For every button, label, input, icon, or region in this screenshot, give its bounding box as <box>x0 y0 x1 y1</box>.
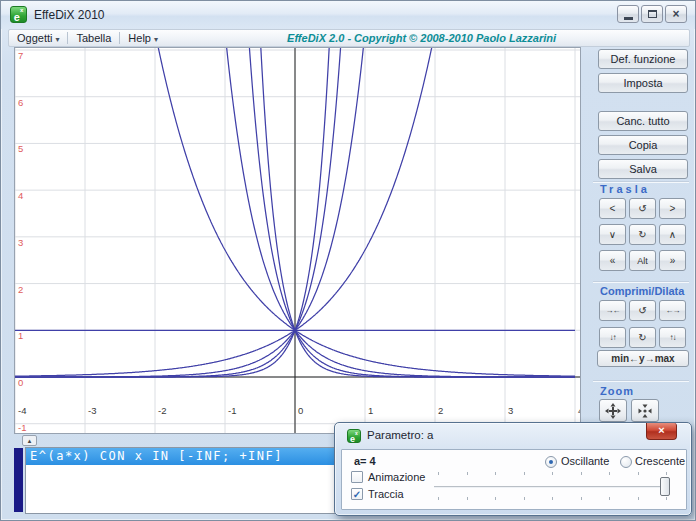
copia-button[interactable]: Copia <box>598 135 688 155</box>
svg-text:4: 4 <box>578 405 580 416</box>
chevron-down-icon: ▾ <box>154 35 158 44</box>
translate-fast-left-button[interactable]: « <box>599 250 626 271</box>
arrows-inward-icon <box>637 403 653 419</box>
svg-text:3: 3 <box>18 237 23 248</box>
parameter-dialog: ex Parametro: a × a= 4 Oscillante Cresce… <box>334 422 692 516</box>
svg-text:0: 0 <box>298 405 303 416</box>
collapse-list-button[interactable]: ▴ <box>22 435 37 446</box>
menu-tabella[interactable]: Tabella <box>68 30 119 46</box>
alt-button[interactable]: Alt <box>629 250 656 271</box>
maximize-button[interactable] <box>641 5 663 23</box>
compress-horizontal-button[interactable]: →← <box>599 300 626 321</box>
section-divider <box>593 281 689 282</box>
translate-up-button[interactable]: ∧ <box>659 224 686 245</box>
param-slider-thumb[interactable] <box>660 477 670 496</box>
radio-dot-icon <box>549 460 553 464</box>
rotate-ccw-icon[interactable]: ↺ <box>629 198 656 219</box>
rotate-cw-icon[interactable]: ↻ <box>629 224 656 245</box>
min-y-max-button[interactable]: min←y→max <box>597 350 689 367</box>
menu-oggetti[interactable]: Oggetti▾ <box>9 30 67 46</box>
dialog-title: Parametro: a <box>367 429 433 441</box>
svg-text:2: 2 <box>18 284 23 295</box>
param-slider-track[interactable] <box>434 486 670 488</box>
zoom-section-title: Zoom <box>600 385 634 397</box>
radio-crescente-label[interactable]: Crescente <box>635 455 685 467</box>
dialog-close-button[interactable]: × <box>646 423 677 440</box>
app-logo-icon: ex <box>10 6 27 23</box>
imposta-button[interactable]: Imposta <box>598 73 688 93</box>
svg-text:0: 0 <box>18 377 23 388</box>
translate-right-button[interactable]: > <box>659 198 686 219</box>
svg-text:6: 6 <box>18 97 23 108</box>
checkbox-animazione[interactable] <box>351 471 363 483</box>
rotate-ccw-icon[interactable]: ↺ <box>629 300 656 321</box>
close-icon: × <box>672 8 679 20</box>
section-divider <box>593 181 689 182</box>
translate-left-button[interactable]: < <box>599 198 626 219</box>
translate-fast-right-button[interactable]: » <box>659 250 686 271</box>
trasla-section-title: Trasla <box>600 183 650 195</box>
dilate-horizontal-button[interactable]: ←→ <box>659 300 686 321</box>
param-value-label: a= 4 <box>354 455 376 467</box>
section-divider <box>593 380 689 381</box>
menu-bar: Oggetti▾ Tabella Help▾ EffeDiX 2.0 - Cop… <box>8 29 690 47</box>
curve-color-swatch[interactable] <box>14 448 23 512</box>
arrows-outward-icon <box>605 403 621 419</box>
checkbox-traccia-label[interactable]: Traccia <box>368 488 404 500</box>
svg-text:2: 2 <box>438 405 443 416</box>
svg-text:-3: -3 <box>88 405 96 416</box>
checkbox-animazione-label[interactable]: Animazione <box>368 471 425 483</box>
maximize-icon <box>648 10 657 18</box>
radio-oscillante[interactable] <box>545 456 557 468</box>
zoom-contract-button[interactable] <box>631 399 659 422</box>
minimize-icon <box>624 17 633 20</box>
salva-button[interactable]: Salva <box>598 159 688 179</box>
close-icon: × <box>658 424 664 436</box>
svg-text:-2: -2 <box>158 405 166 416</box>
app-window: ex EffeDiX 2010 × Oggetti▾ Tabella Help▾… <box>0 0 696 521</box>
compress-vertical-button[interactable]: ↓↑ <box>599 327 626 348</box>
svg-text:3: 3 <box>508 405 513 416</box>
comprimi-section-title: Comprimi/Dilata <box>600 285 684 297</box>
svg-text:7: 7 <box>18 50 23 61</box>
svg-text:5: 5 <box>18 143 23 154</box>
menu-help[interactable]: Help▾ <box>120 30 166 46</box>
app-logo-icon: ex <box>347 429 361 443</box>
plot-canvas[interactable]: -4-3-2-101234-101234567 <box>15 48 580 433</box>
def-funzione-button[interactable]: Def. funzione <box>598 49 688 69</box>
canc-tutto-button[interactable]: Canc. tutto <box>598 111 688 131</box>
svg-text:-1: -1 <box>18 422 26 433</box>
chevron-down-icon: ▾ <box>55 35 59 44</box>
dilate-vertical-button[interactable]: ↑↓ <box>659 327 686 348</box>
checkbox-traccia[interactable]: ✓ <box>351 488 363 500</box>
translate-down-button[interactable]: ∨ <box>599 224 626 245</box>
svg-text:-1: -1 <box>228 405 236 416</box>
zoom-expand-button[interactable] <box>599 399 627 422</box>
minimize-button[interactable] <box>617 5 639 23</box>
dialog-content: a= 4 Oscillante Crescente Animazione ✓ T… <box>341 449 687 510</box>
radio-crescente[interactable] <box>620 456 632 468</box>
rotate-cw-icon[interactable]: ↻ <box>629 327 656 348</box>
svg-text:-4: -4 <box>18 405 26 416</box>
radio-oscillante-label[interactable]: Oscillante <box>561 455 609 467</box>
copyright-text: EffeDiX 2.0 - Copyright © 2008-2010 Paol… <box>287 32 556 44</box>
plot-area[interactable]: -4-3-2-101234-101234567 <box>14 47 581 434</box>
svg-text:4: 4 <box>18 190 23 201</box>
svg-text:1: 1 <box>18 330 23 341</box>
window-title: EffeDiX 2010 <box>34 8 105 22</box>
title-bar[interactable]: ex EffeDiX 2010 × <box>1 1 695 29</box>
close-button[interactable]: × <box>665 5 687 23</box>
svg-text:1: 1 <box>368 405 373 416</box>
